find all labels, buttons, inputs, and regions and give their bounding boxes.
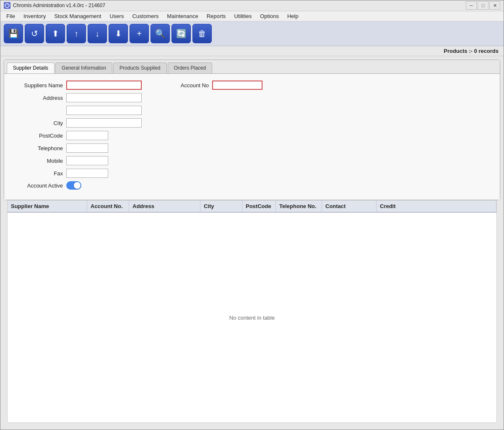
main-content: Supplier DetailsGeneral InformationProdu… [0, 56, 504, 430]
telephone-input[interactable] [66, 143, 108, 153]
account-active-toggle[interactable] [66, 181, 81, 190]
add-button[interactable]: + [130, 24, 149, 43]
menu-item-stock-management[interactable]: Stock Management [50, 12, 105, 21]
titlebar: Chromis Administration v1.4.0rc - 214607… [0, 0, 504, 11]
address1-input[interactable] [66, 93, 142, 102]
delete-button[interactable]: 🗑 [192, 24, 212, 43]
tab-bar: Supplier DetailsGeneral InformationProdu… [4, 60, 500, 73]
address-row1: Address [13, 93, 491, 102]
refresh-button[interactable]: ↺ [25, 24, 44, 43]
first-button[interactable]: ⬆ [46, 24, 65, 43]
account-no-label: Account No [158, 82, 209, 89]
empty-message: No content in table [229, 315, 275, 321]
table-header-account-no: Account No. [87, 201, 129, 212]
minimize-button[interactable]: ─ [466, 1, 477, 10]
postcode-row: PostCode [13, 131, 491, 140]
table-header-credit: Credit [377, 201, 496, 212]
app-icon [4, 2, 10, 9]
prev-button[interactable]: ↑ [67, 24, 86, 43]
menu-item-users[interactable]: Users [105, 12, 128, 21]
mobile-label: Mobile [13, 158, 63, 164]
tab-supplier-details[interactable]: Supplier Details [7, 63, 55, 73]
search-button[interactable]: 🔍 [151, 24, 170, 43]
table-header-city: City [200, 201, 242, 212]
window-title: Chromis Administration v1.4.0rc - 214607 [13, 3, 105, 8]
address-label: Address [13, 95, 63, 101]
menu-item-reports[interactable]: Reports [203, 12, 230, 21]
table-header-supplier-name: Supplier Name [8, 201, 87, 212]
city-label: City [13, 120, 63, 126]
fax-row: Fax [13, 169, 491, 178]
city-row: City [13, 118, 491, 128]
telephone-label: Telephone [13, 145, 63, 151]
tab-products-supplied[interactable]: Products Supplied [113, 63, 166, 73]
toggle-container [66, 181, 81, 190]
statusbar: Products :- 0 records [0, 46, 504, 56]
maximize-button[interactable]: □ [478, 1, 488, 10]
tab-orders-placed[interactable]: Orders Placed [168, 63, 213, 73]
menu-item-customers[interactable]: Customers [128, 12, 163, 21]
tab-container: Supplier DetailsGeneral InformationProdu… [4, 60, 500, 200]
fax-label: Fax [13, 170, 63, 177]
table-header: Supplier NameAccount No.AddressCityPostC… [8, 201, 496, 213]
city-input[interactable] [66, 118, 142, 128]
address2-input[interactable] [66, 106, 142, 115]
tab-general-information[interactable]: General Information [55, 63, 112, 73]
table-header-contact: Contact [322, 201, 377, 212]
address-row2 [13, 106, 491, 115]
mobile-input[interactable] [66, 156, 108, 165]
titlebar-controls: ─ □ ✕ [466, 1, 500, 10]
table-header-telephone-no: Telephone No. [276, 201, 322, 212]
menu-item-inventory[interactable]: Inventory [19, 12, 50, 21]
status-text: Products :- 0 records [444, 48, 499, 54]
postcode-label: PostCode [13, 133, 63, 139]
suppliers-name-row: Suppliers Name Account No [13, 81, 491, 90]
sync-button[interactable]: 🔄 [171, 24, 191, 43]
svg-point-0 [5, 3, 9, 8]
account-active-row: Account Active [13, 181, 491, 190]
app-window: Chromis Administration v1.4.0rc - 214607… [0, 0, 504, 430]
close-button[interactable]: ✕ [489, 1, 500, 10]
mobile-row: Mobile [13, 156, 491, 165]
table-header-address: Address [129, 201, 200, 212]
tab-content: Suppliers Name Account No Address [4, 73, 500, 200]
table-body: No content in table [8, 213, 496, 422]
menubar: FileInventoryStock ManagementUsersCustom… [0, 11, 504, 21]
data-table-container: Supplier NameAccount No.AddressCityPostC… [7, 200, 497, 423]
last-button[interactable]: ⬇ [109, 24, 128, 43]
toolbar: 💾↺⬆↑↓⬇+🔍🔄🗑 [0, 21, 504, 46]
menu-item-options[interactable]: Options [256, 12, 283, 21]
menu-item-utilities[interactable]: Utilities [230, 12, 256, 21]
account-no-input[interactable] [212, 81, 262, 90]
postcode-input[interactable] [66, 131, 108, 140]
telephone-row: Telephone [13, 143, 491, 153]
menu-item-file[interactable]: File [2, 12, 19, 21]
titlebar-left: Chromis Administration v1.4.0rc - 214607 [4, 2, 105, 9]
save-button[interactable]: 💾 [4, 24, 23, 43]
suppliers-name-input[interactable] [66, 81, 142, 90]
table-header-postcode: PostCode [242, 201, 276, 212]
menu-item-maintenance[interactable]: Maintenance [163, 12, 202, 21]
next-button[interactable]: ↓ [88, 24, 107, 43]
menu-item-help[interactable]: Help [283, 12, 303, 21]
suppliers-name-label: Suppliers Name [13, 82, 63, 89]
account-active-label: Account Active [13, 182, 63, 189]
fax-input[interactable] [66, 169, 108, 178]
